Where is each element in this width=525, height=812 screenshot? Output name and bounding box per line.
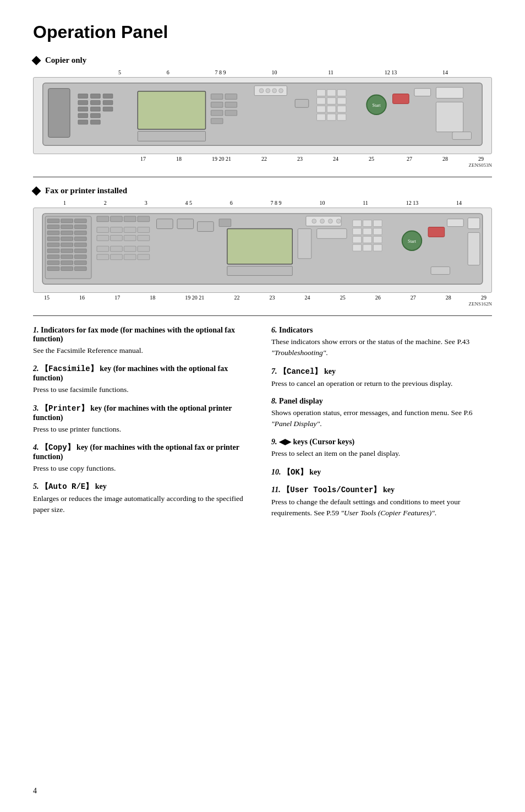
svg-rect-8 <box>91 94 101 99</box>
svg-rect-100 <box>198 222 214 232</box>
item-7: 7. 【Cancel】 key Press to cancel an opera… <box>271 367 492 389</box>
section-divider-2 <box>33 315 492 316</box>
svg-rect-15 <box>103 107 113 111</box>
svg-rect-81 <box>138 216 150 222</box>
page-title: Operation Panel <box>33 22 492 42</box>
svg-rect-115 <box>363 228 372 235</box>
svg-rect-102 <box>227 266 292 276</box>
svg-rect-17 <box>211 94 223 100</box>
items-left-col: 1. Indicators for fax mode (for machines… <box>33 326 254 526</box>
svg-rect-66 <box>47 249 59 253</box>
svg-rect-89 <box>138 235 150 241</box>
svg-rect-64 <box>61 243 73 247</box>
svg-rect-97 <box>111 254 123 260</box>
svg-rect-13 <box>103 94 113 99</box>
svg-rect-1 <box>48 89 70 138</box>
svg-rect-32 <box>337 90 346 96</box>
svg-rect-116 <box>373 228 382 235</box>
svg-rect-7 <box>78 120 88 124</box>
svg-rect-75 <box>47 267 59 271</box>
svg-rect-86 <box>97 235 109 241</box>
svg-rect-16 <box>138 132 205 141</box>
svg-rect-68 <box>74 249 86 253</box>
svg-rect-71 <box>74 255 86 259</box>
svg-rect-60 <box>47 237 59 241</box>
svg-rect-34 <box>327 97 336 104</box>
svg-rect-80 <box>124 216 136 222</box>
svg-point-27 <box>272 89 277 93</box>
svg-rect-95 <box>138 246 150 252</box>
svg-rect-9 <box>91 100 101 105</box>
item-10: 10. 【OK】 key <box>271 467 492 477</box>
item-8-body: Shows operation status, error messages, … <box>271 407 492 430</box>
copier-top-labels: 5 6 7 8 9 10 11 12 13 14 <box>33 69 492 75</box>
svg-rect-6 <box>78 113 88 118</box>
svg-rect-31 <box>327 90 336 96</box>
svg-rect-33 <box>317 97 326 104</box>
svg-point-25 <box>259 89 264 93</box>
svg-rect-112 <box>363 220 372 227</box>
svg-point-28 <box>279 89 283 93</box>
copier-panel-diagram: 5 6 7 8 9 10 11 12 13 14 <box>33 69 492 168</box>
svg-rect-4 <box>78 100 88 105</box>
fax-printer-header: Fax or printer installed <box>33 186 492 195</box>
svg-rect-14 <box>103 100 113 105</box>
svg-rect-53 <box>74 219 86 223</box>
fax-printer-section: Fax or printer installed 1 2 3 4 5 6 7 8… <box>33 186 492 307</box>
fax-bottom-labels: 15 16 17 18 19 20 21 22 23 24 25 26 27 2… <box>33 295 492 301</box>
svg-rect-29 <box>295 99 309 107</box>
item-11-title: 11. 【User Tools/Counter】 key <box>271 485 492 495</box>
svg-rect-10 <box>91 107 101 111</box>
svg-rect-121 <box>363 244 372 251</box>
svg-rect-114 <box>353 228 362 235</box>
item-11: 11. 【User Tools/Counter】 key Press to ch… <box>271 485 492 519</box>
item-8-title: 8. Panel display <box>271 397 492 406</box>
svg-rect-47 <box>436 102 463 132</box>
fax-top-labels: 1 2 3 4 5 6 7 8 9 10 11 12 13 14 <box>33 200 492 206</box>
svg-rect-119 <box>373 236 382 243</box>
svg-point-108 <box>336 219 341 224</box>
svg-rect-2 <box>138 91 205 129</box>
svg-rect-78 <box>97 216 109 222</box>
diamond-icon-2 <box>32 186 41 195</box>
svg-rect-48 <box>452 132 472 140</box>
item-6: 6. Indicators These indicators show erro… <box>271 326 492 359</box>
svg-text:Start: Start <box>373 103 381 108</box>
svg-rect-88 <box>124 235 136 241</box>
svg-rect-103 <box>219 219 231 227</box>
svg-rect-85 <box>138 227 150 233</box>
item-7-title: 7. 【Cancel】 key <box>271 367 492 377</box>
svg-rect-37 <box>327 106 336 112</box>
svg-rect-111 <box>353 220 362 227</box>
svg-rect-63 <box>47 243 59 247</box>
svg-rect-120 <box>353 244 362 251</box>
svg-rect-12 <box>91 120 101 124</box>
svg-rect-84 <box>124 227 136 233</box>
svg-rect-117 <box>353 236 362 243</box>
svg-rect-74 <box>74 261 86 265</box>
svg-rect-76 <box>61 267 73 271</box>
diamond-icon <box>32 56 41 65</box>
copier-bottom-labels: 17 18 19 20 21 22 23 24 25 27 28 29 <box>33 156 492 162</box>
svg-rect-91 <box>177 219 194 229</box>
svg-rect-40 <box>327 114 336 121</box>
svg-rect-96 <box>97 254 109 260</box>
item-2-body: Press to use facsimile functions. <box>33 384 254 395</box>
svg-rect-113 <box>373 220 382 227</box>
svg-rect-23 <box>225 110 237 116</box>
svg-rect-83 <box>111 227 123 233</box>
item-5: 5. 【Auto R/E】 key Enlarges or reduces th… <box>33 482 254 516</box>
svg-rect-46 <box>436 88 463 99</box>
svg-rect-122 <box>373 244 382 251</box>
svg-rect-11 <box>91 113 101 118</box>
svg-rect-92 <box>97 246 109 252</box>
svg-point-107 <box>328 219 332 224</box>
item-9: 9. ◀▶ keys (Cursor keys) Press to select… <box>271 437 492 459</box>
svg-rect-57 <box>47 231 59 235</box>
svg-point-106 <box>320 219 325 224</box>
item-3: 3. 【Printer】 key (for machines with the … <box>33 404 254 435</box>
item-8: 8. Panel display Shows operation status,… <box>271 397 492 430</box>
svg-rect-41 <box>337 114 346 121</box>
item-9-title: 9. ◀▶ keys (Cursor keys) <box>271 437 492 446</box>
svg-rect-21 <box>225 94 237 100</box>
